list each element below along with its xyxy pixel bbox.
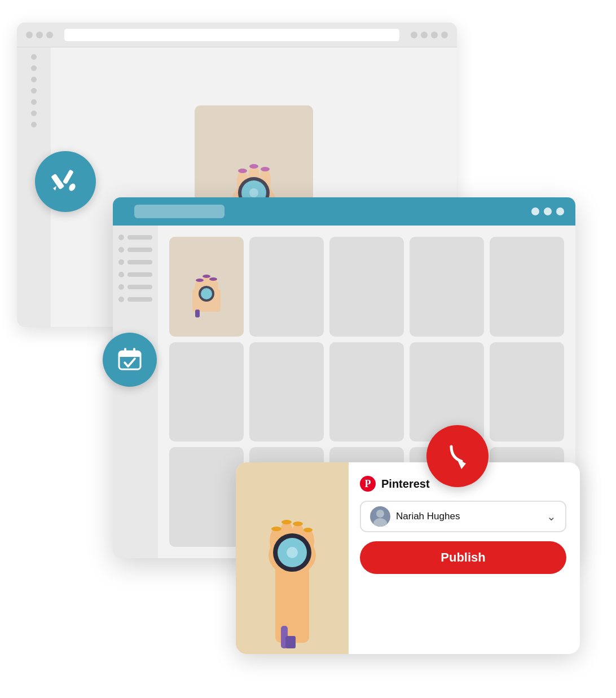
grid-cell-2-2	[249, 342, 324, 442]
wc-dot-1	[411, 32, 417, 38]
sidebar-dot-4	[31, 88, 37, 94]
browser-back-window-controls	[411, 32, 448, 38]
sidebar-item-dot-6	[118, 297, 124, 302]
svg-rect-25	[63, 169, 74, 184]
svg-point-8	[249, 188, 258, 197]
front-wdot-1	[531, 207, 539, 215]
grid-cell-2-5	[490, 342, 564, 442]
account-selector[interactable]: Nariah Hughes ⌄	[360, 501, 566, 532]
avatar-image	[370, 506, 390, 527]
pinterest-card: P Pinterest Nariah Hughes ⌄ Publish	[236, 462, 580, 654]
browser-front-titlebar	[113, 197, 575, 226]
grid-featured-image	[184, 255, 229, 317]
sidebar-item-dot-1	[118, 235, 124, 240]
svg-point-45	[293, 522, 303, 526]
account-avatar	[370, 506, 390, 527]
svg-rect-48	[285, 636, 296, 648]
svg-point-9	[238, 169, 247, 173]
svg-rect-29	[119, 355, 140, 357]
arrow-icon-circle	[426, 425, 489, 487]
sidebar-dot-7	[31, 122, 37, 127]
sidebar-dot-5	[31, 99, 37, 105]
sidebar-dot-2	[31, 65, 37, 71]
sidebar-item-line-6	[127, 297, 152, 302]
browser-back-titlebar	[17, 23, 457, 47]
svg-point-10	[249, 164, 258, 169]
wc-dot-4	[441, 32, 448, 38]
grid-cell-1-2	[249, 237, 324, 337]
chevron-down-icon[interactable]: ⌄	[547, 510, 556, 523]
svg-rect-22	[195, 310, 200, 317]
calendar-icon-circle	[103, 333, 157, 387]
browser-front-sidebar	[113, 226, 158, 558]
sidebar-item-dot-5	[118, 284, 124, 290]
grid-cell-1-3	[329, 237, 404, 337]
grid-cell-2-3	[329, 342, 404, 442]
dot-2	[36, 32, 43, 38]
card-content-area: P Pinterest Nariah Hughes ⌄ Publish	[349, 462, 580, 654]
browser-back-address-bar	[64, 29, 399, 41]
browser-front-window-controls	[531, 207, 564, 215]
svg-rect-30	[124, 348, 126, 354]
svg-point-43	[271, 527, 281, 531]
svg-marker-24	[53, 186, 56, 191]
sidebar-item-line-3	[127, 260, 152, 264]
front-sidebar-item-2	[118, 247, 152, 253]
wc-dot-2	[421, 32, 428, 38]
svg-rect-31	[133, 348, 135, 354]
sidebar-item-line-1	[127, 235, 152, 240]
sidebar-dot-3	[31, 77, 37, 82]
browser-back-dots	[26, 32, 53, 38]
design-icon-circle	[35, 151, 96, 212]
front-sidebar-item-4	[118, 272, 152, 277]
sidebar-dot-6	[31, 111, 37, 116]
sidebar-dot-1	[31, 54, 37, 60]
svg-point-11	[261, 167, 270, 171]
svg-point-44	[281, 520, 292, 524]
browser-front-address-bar	[134, 205, 225, 218]
front-sidebar-item-5	[118, 284, 152, 290]
grid-cell-2-1	[169, 342, 244, 442]
card-makeup-illustration	[236, 462, 349, 654]
dot-1	[26, 32, 33, 38]
svg-rect-23	[51, 174, 64, 190]
front-sidebar-item-1	[118, 235, 152, 240]
pinterest-platform-label: Pinterest	[381, 478, 430, 491]
svg-point-21	[209, 277, 217, 281]
svg-point-26	[68, 182, 77, 192]
wc-dot-3	[431, 32, 438, 38]
front-sidebar-item-6	[118, 297, 152, 302]
svg-point-52	[376, 510, 384, 518]
svg-point-46	[303, 528, 313, 532]
titlebar-address-area	[124, 205, 174, 218]
account-name-label: Nariah Hughes	[396, 511, 541, 522]
sidebar-item-dot-3	[118, 259, 124, 265]
grid-cell-1-4	[410, 237, 484, 337]
sidebar-item-dot-2	[118, 247, 124, 253]
arrow-icon	[441, 440, 474, 472]
publish-button[interactable]: Publish	[360, 541, 566, 574]
svg-point-42	[287, 547, 298, 558]
grid-cell-featured	[169, 237, 244, 337]
front-sidebar-item-3	[118, 259, 152, 265]
front-wdot-3	[556, 207, 564, 215]
svg-text:P: P	[365, 478, 371, 489]
pinterest-logo-icon: P	[360, 476, 376, 492]
calendar-icon	[116, 346, 144, 374]
front-wdot-2	[544, 207, 552, 215]
sidebar-item-line-2	[127, 248, 152, 252]
sidebar-item-line-4	[127, 272, 152, 277]
svg-point-18	[201, 288, 212, 299]
svg-point-20	[203, 275, 210, 278]
grid-cell-1-5	[490, 237, 564, 337]
sidebar-item-dot-4	[118, 272, 124, 277]
svg-point-19	[196, 279, 204, 282]
card-product-image	[236, 462, 349, 654]
sidebar-item-line-5	[127, 285, 152, 289]
dot-3	[46, 32, 53, 38]
design-icon	[50, 166, 81, 197]
grid-cell-3-1	[169, 447, 244, 547]
